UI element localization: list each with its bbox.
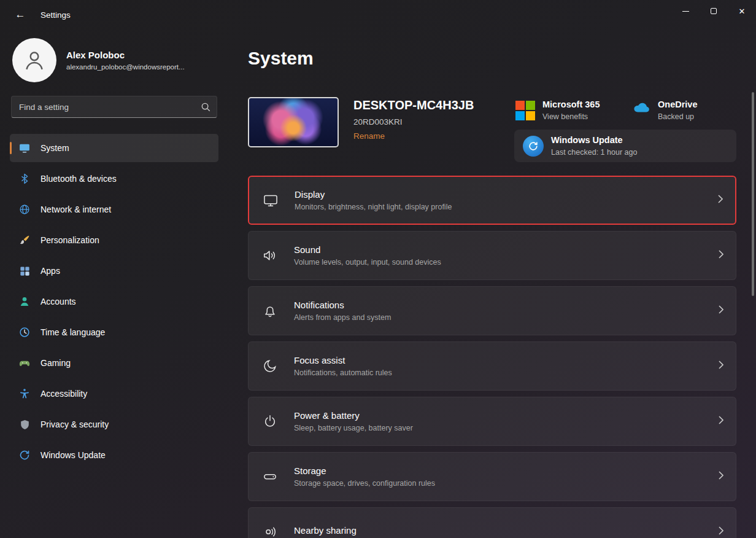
row-storage[interactable]: Storage Storage space, drives, configura… [248,452,736,501]
rename-link[interactable]: Rename [353,131,385,141]
maximize-icon [711,8,717,14]
titlebar: ← Settings [0,0,756,29]
display-icon [263,192,281,208]
onedrive-title: OneDrive [658,99,697,109]
row-nearby-sharing[interactable]: Nearby sharing [248,507,736,538]
onedrive-card[interactable]: OneDrive Backed up [628,97,736,123]
status-row: Microsoft 365 View benefits OneDrive Bac… [514,97,736,123]
search-icon [200,101,211,115]
page-title: System [248,47,736,70]
device-model: 20RD003KRI [353,117,474,127]
minimize-button[interactable] [671,0,700,22]
system-icon [18,142,31,154]
sidebar-item-label: Privacy & security [40,419,109,429]
row-title: Nearby sharing [294,525,357,536]
chevron-right-icon [719,305,723,316]
profile-text: Alex Poloboc alexandru_poloboc@windowsre… [66,50,185,71]
window-controls: ✕ [671,0,756,22]
sidebar-item-accounts[interactable]: Accounts [10,287,218,316]
sidebar-item-time-language[interactable]: Time & language [10,318,218,346]
row-display[interactable]: Display Monitors, brightness, night ligh… [248,176,736,225]
windows-update-card[interactable]: Windows Update Last checked: 1 hour ago [514,130,736,162]
sidebar: Alex Poloboc alexandru_poloboc@windowsre… [0,29,228,538]
device-thumbnail [248,97,339,147]
sidebar-item-label: System [40,143,69,153]
profile-email: alexandru_poloboc@windowsreport... [66,63,185,71]
sidebar-nav: System Bluetooth & devices Network & int… [10,134,218,469]
close-button[interactable]: ✕ [728,0,756,22]
microsoft365-icon [515,101,535,120]
storage-drive-icon [262,469,280,485]
row-power-battery[interactable]: Power & battery Sleep, battery usage, ba… [248,397,736,446]
sidebar-item-label: Accounts [40,297,76,306]
device-name: DESKTOP-MC4H3JB [353,98,474,112]
bluetooth-icon [18,173,31,185]
chevron-right-icon [719,471,723,482]
scrollbar-thumb[interactable] [752,92,754,296]
gamepad-icon [18,357,31,369]
chevron-right-icon [719,361,723,372]
row-subtitle: Monitors, brightness, night light, displ… [295,203,452,211]
page-header: DESKTOP-MC4H3JB 20RD003KRI Rename Micros… [248,97,736,162]
sidebar-item-bluetooth-devices[interactable]: Bluetooth & devices [10,165,218,193]
settings-window: ← Settings ✕ Alex Poloboc alexandru_polo… [0,0,756,538]
row-title: Display [295,189,452,200]
globe-icon [18,203,31,216]
close-icon: ✕ [739,7,746,15]
nearby-sharing-icon [262,524,280,538]
avatar [12,38,56,82]
sidebar-item-gaming[interactable]: Gaming [10,349,218,377]
row-title: Notifications [294,300,391,310]
sidebar-item-windows-update[interactable]: Windows Update [10,441,218,469]
sidebar-item-label: Gaming [40,358,71,368]
chevron-right-icon [718,195,723,206]
microsoft365-card[interactable]: Microsoft 365 View benefits [514,97,622,123]
sidebar-item-apps[interactable]: Apps [10,257,218,285]
row-focus-assist[interactable]: Focus assist Notifications, automatic ru… [248,341,736,391]
minimize-icon [682,11,689,12]
sidebar-item-accessibility[interactable]: Accessibility [10,380,218,408]
sidebar-item-system[interactable]: System [10,134,218,162]
profile-block[interactable]: Alex Poloboc alexandru_poloboc@windowsre… [10,37,218,93]
sidebar-item-label: Network & internet [40,205,111,214]
chevron-right-icon [719,526,723,537]
shield-icon [18,418,31,431]
power-icon [262,413,280,429]
sidebar-item-label: Apps [40,266,60,276]
accessibility-person-icon [18,388,31,400]
sidebar-item-privacy-security[interactable]: Privacy & security [10,410,218,439]
row-title: Power & battery [294,410,413,421]
row-subtitle: Volume levels, output, input, sound devi… [294,258,441,267]
row-subtitle: Notifications, automatic rules [294,368,392,377]
person-icon [21,47,47,73]
sidebar-item-label: Windows Update [40,450,106,460]
sidebar-item-label: Time & language [40,327,105,337]
back-button[interactable]: ← [10,6,31,24]
account-person-icon [18,295,31,308]
microsoft365-title: Microsoft 365 [542,99,600,109]
brush-icon [18,234,31,246]
row-subtitle: Alerts from apps and system [294,313,391,322]
sidebar-item-network-internet[interactable]: Network & internet [10,195,218,224]
row-title: Sound [294,244,441,255]
apps-grid-icon [18,265,31,277]
row-sound[interactable]: Sound Volume levels, output, input, soun… [248,231,736,280]
search-box [11,96,217,118]
sidebar-item-label: Personalization [40,235,99,245]
status-column: Microsoft 365 View benefits OneDrive Bac… [514,97,736,162]
chevron-right-icon [719,250,723,261]
row-subtitle: Storage space, drives, configuration rul… [294,479,435,488]
sidebar-item-label: Accessibility [40,389,87,399]
moon-icon [262,358,280,374]
sidebar-item-personalization[interactable]: Personalization [10,226,218,254]
windows-update-status: Last checked: 1 hour ago [551,148,637,157]
windows-update-title: Windows Update [551,135,637,145]
onedrive-status[interactable]: Backed up [658,112,697,121]
search-input[interactable] [11,96,217,118]
row-title: Focus assist [294,355,392,365]
speaker-icon [262,248,280,263]
row-notifications[interactable]: Notifications Alerts from apps and syste… [248,286,736,335]
windows-update-icon [523,136,544,157]
view-benefits-link[interactable]: View benefits [542,112,600,121]
maximize-button[interactable] [700,0,728,22]
